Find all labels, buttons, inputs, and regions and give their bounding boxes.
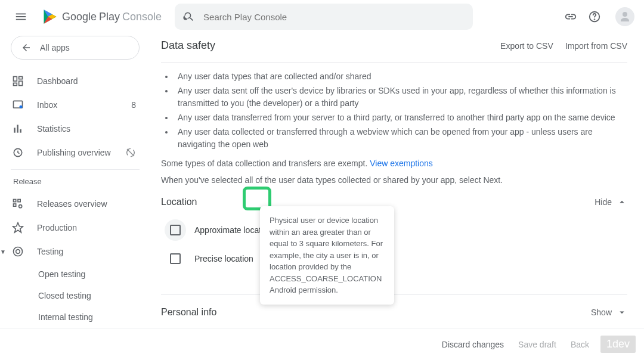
tooltip: Physical user or device location within … (260, 206, 394, 305)
location-section-header: Location Hide (161, 197, 627, 207)
all-apps-button[interactable]: All apps (11, 36, 140, 60)
svg-rect-17 (14, 200, 16, 202)
nav-label: Publishing overview (37, 148, 111, 157)
bullet-item: Any user data types that are collected a… (174, 70, 627, 83)
nav-label: Dashboard (37, 76, 78, 86)
checkbox[interactable] (170, 253, 181, 264)
nav-inbox[interactable]: Inbox 8 (11, 93, 140, 117)
release-section-label: Release (11, 169, 140, 192)
chevron-up-icon (617, 197, 627, 207)
bullet-list: Any user data types that are collected a… (161, 70, 627, 151)
hide-toggle[interactable]: Hide (595, 197, 627, 207)
svg-rect-14 (17, 125, 18, 132)
header-bar: Google Play Console (0, 0, 644, 33)
footer-bar: Discard changes Save draft Back 1dev (0, 328, 644, 360)
divider (161, 63, 627, 63)
tooltip-text: Physical user or device location within … (270, 216, 383, 294)
svg-rect-7 (14, 77, 17, 82)
search-input[interactable] (203, 12, 465, 22)
back-button[interactable]: Back (571, 340, 589, 349)
nav-testing[interactable]: ▼ Testing (11, 240, 140, 263)
help-icon[interactable] (588, 10, 601, 23)
show-toggle[interactable]: Show (591, 307, 627, 318)
arrow-left-icon (21, 42, 32, 53)
precise-location-label: Precise location (194, 254, 253, 263)
main-content: Data safety Export to CSV Import from CS… (149, 33, 644, 360)
svg-rect-15 (20, 129, 21, 133)
caret-down-icon: ▼ (0, 249, 6, 255)
sidebar: All apps Dashboard Inbox 8 Statistics Pu… (0, 33, 149, 360)
bullet-item: Any user data collected or transferred t… (174, 126, 627, 151)
nav-dashboard[interactable]: Dashboard (11, 69, 140, 93)
view-exemptions-link[interactable]: View exemptions (370, 159, 433, 168)
play-triangle-icon (42, 8, 58, 25)
location-title: Location (161, 197, 197, 207)
discard-button[interactable]: Discard changes (442, 340, 504, 349)
import-csv-link[interactable]: Import from CSV (565, 41, 627, 51)
nav-closed-testing[interactable]: Closed testing (11, 285, 140, 306)
nav-label: Releases overview (37, 199, 107, 209)
precise-location-row[interactable]: Precise location (161, 244, 627, 273)
nav-label: Testing (37, 247, 63, 256)
svg-rect-18 (14, 204, 16, 206)
nav-publishing-overview[interactable]: Publishing overview (11, 141, 140, 165)
svg-point-22 (16, 250, 20, 254)
nav-internal-testing[interactable]: Internal testing (11, 306, 140, 328)
approx-location-row[interactable]: Approximate location (161, 216, 627, 244)
svg-point-5 (595, 19, 595, 20)
hide-label: Hide (595, 197, 612, 207)
search-field[interactable] (175, 4, 473, 30)
releases-icon (12, 198, 26, 210)
svg-point-20 (19, 205, 22, 208)
testing-icon (12, 246, 26, 257)
select-next-paragraph: When you've selected all of the user dat… (161, 175, 627, 185)
inbox-count: 8 (131, 100, 136, 110)
publishing-status-icon (125, 147, 136, 158)
nav-label: Statistics (37, 124, 70, 134)
watermark: 1dev (600, 336, 636, 353)
page-title: Data safety (161, 39, 215, 52)
nav-releases-overview[interactable]: Releases overview (11, 192, 140, 216)
publishing-icon (12, 147, 26, 159)
personal-info-section-header: Personal info Show (161, 307, 627, 318)
chevron-down-icon (617, 307, 627, 318)
user-avatar[interactable] (615, 7, 634, 26)
dashboard-icon (12, 75, 26, 87)
exempt-paragraph: Some types of data collection and transf… (161, 159, 627, 168)
logo[interactable]: Google Play Console (42, 8, 162, 25)
bullet-item: Any user data sent off the user's device… (174, 85, 627, 110)
svg-rect-10 (14, 83, 17, 85)
header-actions (564, 7, 634, 26)
nav-production[interactable]: Production (11, 216, 140, 240)
export-csv-link[interactable]: Export to CSV (500, 41, 553, 51)
logo-text-console: Console (122, 11, 162, 23)
search-icon (183, 11, 195, 23)
checkbox[interactable] (170, 225, 181, 235)
nav-label: Production (37, 223, 77, 232)
inbox-icon (12, 99, 26, 111)
nav-statistics[interactable]: Statistics (11, 117, 140, 141)
svg-rect-9 (19, 81, 23, 86)
link-icon[interactable] (564, 10, 577, 23)
svg-point-12 (20, 105, 23, 108)
svg-point-6 (623, 12, 627, 17)
svg-rect-13 (14, 128, 16, 132)
svg-point-21 (14, 247, 23, 256)
production-icon (12, 222, 26, 234)
show-label: Show (591, 308, 612, 317)
svg-rect-19 (18, 200, 20, 202)
save-draft-button[interactable]: Save draft (518, 340, 556, 349)
all-apps-label: All apps (40, 43, 70, 52)
logo-text-google: Google (62, 11, 97, 23)
personal-info-title: Personal info (161, 307, 216, 318)
bullet-item: Any user data transferred from your serv… (174, 111, 627, 125)
nav-label: Inbox (37, 100, 57, 110)
svg-rect-8 (19, 77, 23, 79)
logo-text-play: Play (99, 11, 120, 23)
nav-open-testing[interactable]: Open testing (11, 263, 140, 285)
statistics-icon (12, 123, 26, 135)
hamburger-menu-icon[interactable] (10, 5, 32, 28)
